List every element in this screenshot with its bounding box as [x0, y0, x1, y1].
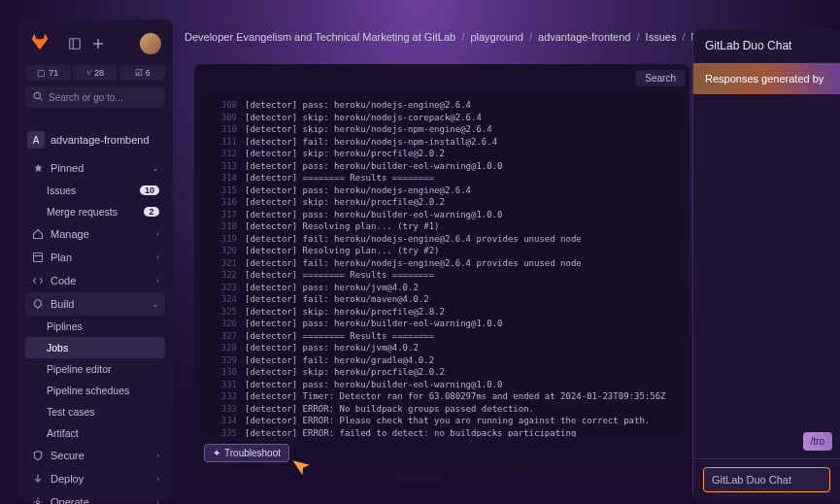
- chevron-down-icon: ⌄: [151, 163, 159, 173]
- chat-input-row: GitLab Duo Chat: [693, 458, 840, 500]
- log-line: 333[detector] ERROR: No buildpack groups…: [212, 403, 676, 416]
- nav-pinned-mr-label: Merge requests: [47, 206, 118, 218]
- nav-sub-pipeline-schedues[interactable]: Pipeline schedues: [25, 380, 165, 401]
- nav-code[interactable]: Code›: [25, 269, 165, 292]
- nav-build[interactable]: Build⌄: [25, 292, 165, 316]
- breadcrumb-separator: /: [633, 31, 642, 43]
- log-text: [detector] fail: heroku/maven@4.0.2: [245, 293, 429, 306]
- log-line: 327[detector] ======== Results ========: [212, 330, 676, 343]
- nav-sub-label: Piplines: [47, 320, 83, 332]
- sidebar: ▢ 71 ⑂ 28 ☑ 6 Search or go to... A advan…: [17, 19, 173, 500]
- line-number: 329: [212, 354, 237, 367]
- plan-icon: [31, 251, 45, 264]
- log-line: 326[detector] pass: heroku/builder-eol-w…: [212, 318, 676, 330]
- chat-slash-tag[interactable]: /tro: [803, 432, 832, 451]
- log-text: [detector] skip: heroku/procfile@2.0.2: [245, 148, 445, 160]
- line-number: 310: [212, 123, 237, 136]
- nav-manage[interactable]: Manage›: [25, 222, 165, 246]
- search-placeholder: Search or go to...: [49, 92, 123, 103]
- log-text: [detector] pass: heroku/jvm@4.0.2: [245, 282, 419, 294]
- breadcrumb-separator: /: [458, 31, 467, 43]
- log-text: [detector] Resolving plan... (try #2): [245, 245, 439, 257]
- chat-footer: /tro: [693, 424, 840, 458]
- rocket-icon: [31, 297, 45, 311]
- breadcrumb-segment[interactable]: advantage-frontend: [538, 31, 630, 43]
- log-text: [detector] pass: heroku/builder-eol-warn…: [245, 379, 503, 391]
- chat-banner: Responses generated by: [693, 63, 840, 94]
- log-text: [detector] ERROR: Please check that you …: [245, 415, 650, 427]
- log-text: [detector] ERROR: failed to detect: no b…: [245, 427, 576, 438]
- chevron-right-icon: ⌄: [151, 299, 159, 309]
- shield-icon: [31, 449, 45, 462]
- nav-sub-pipeline-editor[interactable]: Pipeline editor: [25, 358, 165, 380]
- troubleshoot-button[interactable]: ✦ Troubleshoot: [204, 444, 289, 462]
- log-line: 319[detector] fail: heroku/nodejs-engine…: [212, 233, 676, 246]
- line-number: 330: [212, 366, 237, 379]
- log-text: [detector] skip: heroku/procfile@2.0.2: [245, 366, 445, 379]
- nav-sub-piplines[interactable]: Piplines: [25, 316, 165, 337]
- deploy-icon: [31, 472, 45, 486]
- line-number: 328: [212, 342, 237, 354]
- nav-sub-test-cases[interactable]: Test cases: [25, 401, 165, 422]
- nav-sub-artifact[interactable]: Artifact: [25, 422, 165, 444]
- tab-files[interactable]: ▢ 71: [25, 65, 71, 81]
- log-text: [detector] fail: heroku/nodejs-engine@2.…: [245, 233, 582, 246]
- panel-icon[interactable]: [66, 35, 84, 52]
- search-icon: [33, 91, 43, 103]
- log-area[interactable]: 308[detector] pass: heroku/nodejs-engine…: [204, 93, 684, 437]
- log-line: 329[detector] fail: heroku/gradle@4.0.2: [212, 354, 676, 367]
- project-row[interactable]: A advantage-frombend: [25, 127, 165, 152]
- nav-pinned[interactable]: Pinned ⌄: [25, 156, 165, 180]
- log-text: [detector] ERROR: No buildpack groups pa…: [245, 403, 534, 416]
- job-search[interactable]: Search: [635, 70, 686, 86]
- nav-secure[interactable]: Secure›: [25, 444, 165, 467]
- log-text: [detector] pass: heroku/nodejs-engine@2.…: [245, 99, 471, 112]
- tab-todos-count: 6: [146, 68, 151, 78]
- line-number: 320: [212, 245, 237, 257]
- log-line: 312[detector] skip: heroku/procfile@2.0.…: [212, 148, 676, 160]
- log-line: 320[detector] Resolving plan... (try #2): [212, 245, 676, 257]
- log-text: [detector] fail: heroku/nodejs-engine@2.…: [245, 257, 582, 270]
- troubleshoot-label: Troubleshoot: [224, 448, 281, 458]
- line-number: 312: [212, 148, 237, 160]
- log-line: 316[detector] skip: heroku/procfile@2.0.…: [212, 196, 676, 209]
- breadcrumb-segment[interactable]: Developer Evangelism and Technical Marke…: [185, 31, 455, 43]
- log-text: [detector] pass: heroku/builder-eol-warn…: [245, 209, 503, 221]
- log-line: 311[detector] fail: heroku/nodejs-npm-in…: [212, 136, 676, 149]
- line-number: 314: [212, 172, 237, 185]
- breadcrumb-segment[interactable]: Issues: [646, 31, 677, 43]
- project-name: advantage-frombend: [50, 134, 150, 146]
- breadcrumb-segment[interactable]: playground: [470, 31, 522, 43]
- nav-sub-jobs[interactable]: Jobs: [25, 337, 165, 358]
- log-text: [detector] fail: heroku/gradle@4.0.2: [245, 354, 434, 367]
- tab-branches[interactable]: ⑂ 28: [73, 65, 118, 81]
- main-panel: Search 308[detector] pass: heroku/nodejs…: [194, 64, 689, 472]
- tab-files-count: 71: [49, 68, 58, 78]
- nav-pinned-mr[interactable]: Merge requests 2: [25, 201, 165, 222]
- log-line: 332[detector] Timer: Detector ran for 63…: [212, 390, 676, 403]
- nav-label: Operate: [50, 496, 89, 504]
- nav-deploy[interactable]: Deploy›: [25, 467, 165, 490]
- tab-todos[interactable]: ☑ 6: [119, 65, 165, 81]
- chat-input[interactable]: GitLab Duo Chat: [703, 467, 830, 492]
- nav-label: Code: [50, 275, 76, 286]
- nav-plan[interactable]: Plan›: [25, 246, 165, 269]
- line-number: 335: [212, 427, 237, 438]
- avatar[interactable]: [140, 33, 161, 54]
- gitlab-logo-icon: [29, 31, 50, 55]
- plus-icon[interactable]: [89, 35, 107, 52]
- sidebar-top: [25, 27, 165, 65]
- line-number: 317: [212, 209, 237, 221]
- badge-count: 2: [144, 207, 159, 217]
- search-input[interactable]: Search or go to...: [25, 86, 165, 108]
- breadcrumb: Developer Evangelism and Technical Marke…: [185, 31, 713, 43]
- line-number: 315: [212, 185, 237, 197]
- line-number: 313: [212, 160, 237, 173]
- nav-label: Deploy: [50, 473, 84, 485]
- svg-point-8: [37, 501, 40, 504]
- nav-operate[interactable]: Operate›: [25, 490, 165, 504]
- nav-pinned-issues[interactable]: Issues 10: [25, 180, 165, 201]
- log-line: 331[detector] pass: heroku/builder-eol-w…: [212, 379, 676, 391]
- line-number: 326: [212, 318, 237, 330]
- line-number: 333: [212, 403, 237, 416]
